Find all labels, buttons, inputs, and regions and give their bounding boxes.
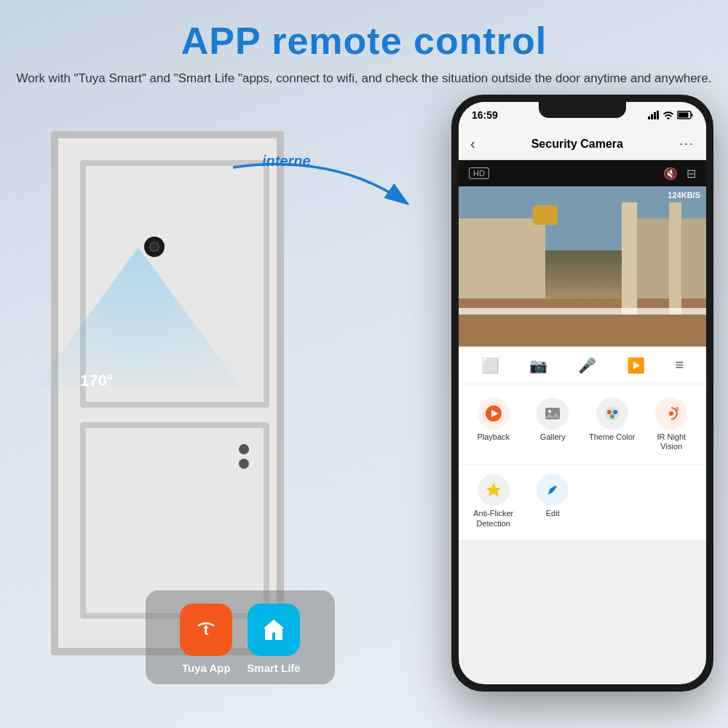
feature-ir[interactable]: 6 IR Night Vision — [643, 392, 701, 457]
tuya-app-item[interactable]: t Tuya App — [180, 604, 232, 674]
smartlife-app-item[interactable]: Smart Life — [247, 604, 300, 674]
porch-railing — [459, 308, 706, 314]
ir-icon: 6 — [655, 397, 687, 430]
edit-label: Edit — [546, 509, 560, 518]
svg-rect-7 — [648, 116, 650, 119]
porch-column-1 — [622, 202, 636, 314]
header-section: APP remote control Work with "Tuya Smart… — [0, 0, 728, 95]
phone-notch — [539, 102, 626, 118]
back-button[interactable]: ‹ — [470, 135, 475, 152]
toolbar: ⬜ 📷 🎤 ▶️ ≡ — [459, 347, 706, 384]
record-icon[interactable]: ▶️ — [627, 357, 645, 374]
feature-playback[interactable]: Playback — [464, 392, 523, 457]
app-icons-area: t Tuya App Smart Life — [146, 590, 335, 684]
speed-badge: 124KB/S — [668, 191, 700, 199]
handle-circle-2 — [239, 459, 249, 469]
status-icons — [648, 111, 693, 119]
ir-label: IR Night Vision — [646, 432, 698, 451]
nav-title: Security Camera — [531, 138, 623, 151]
svg-point-18 — [548, 410, 551, 413]
door-handle — [239, 444, 249, 469]
wifi-status-icon — [662, 111, 674, 119]
antiflicker-icon — [478, 474, 510, 506]
svg-rect-10 — [657, 111, 659, 119]
porch-light — [533, 205, 558, 224]
svg-marker-27 — [486, 483, 501, 496]
fullscreen-icon[interactable]: ⬜ — [481, 357, 499, 374]
svg-rect-9 — [654, 112, 656, 119]
antiflicker-label: Anti-Flicker Detection — [467, 509, 520, 528]
porch-scene — [459, 186, 706, 347]
feature-antiflicker[interactable]: Anti-Flicker Detection — [464, 468, 523, 534]
phone-body: 16:59 — [451, 95, 713, 692]
feature-grid: Playback Gallery Theme Color — [459, 384, 706, 464]
cam-controls: 🔇 ⊟ — [663, 167, 696, 181]
svg-marker-1 — [36, 248, 240, 386]
camera-controls-bar: HD 🔇 ⊟ — [459, 160, 706, 186]
hd-badge: HD — [469, 167, 489, 179]
porch-column-2 — [669, 202, 681, 314]
camera-feed: 124KB/S — [459, 186, 706, 347]
feature-theme[interactable]: Theme Color — [583, 392, 641, 457]
battery-icon — [677, 111, 693, 119]
fov-cone: 170° — [36, 240, 240, 386]
mic-icon[interactable]: 🎤 — [578, 357, 596, 374]
svg-point-25 — [669, 411, 673, 416]
feature-row2: Anti-Flicker Detection Edit — [459, 465, 706, 539]
edit-icon — [537, 474, 569, 506]
svg-rect-13 — [691, 114, 693, 116]
subtitle: Work with "Tuya Smart" and "Smart Life "… — [0, 69, 728, 88]
svg-point-23 — [610, 414, 614, 419]
gallery-label: Gallery — [540, 432, 566, 442]
theme-label: Theme Color — [589, 432, 636, 442]
tuya-app-label: Tuya App — [182, 662, 231, 674]
theme-icon — [596, 397, 628, 430]
main-title: APP remote control — [0, 20, 728, 62]
feature-gallery[interactable]: Gallery — [524, 392, 582, 457]
arrow-area: interne — [218, 146, 437, 233]
feature-edit[interactable]: Edit — [524, 468, 582, 534]
svg-rect-8 — [651, 114, 653, 119]
nav-bar: ‹ Security Camera ··· — [459, 128, 706, 160]
layout-icon[interactable]: ⊟ — [687, 167, 696, 181]
svg-point-21 — [607, 410, 612, 414]
fov-angle-label: 170° — [80, 371, 114, 390]
tuya-icon-circle: t — [180, 604, 232, 656]
more-button[interactable]: ··· — [679, 136, 695, 151]
playback-icon — [478, 397, 510, 430]
signal-icon — [648, 111, 660, 119]
snapshot-icon[interactable]: 📷 — [529, 357, 547, 374]
svg-rect-14 — [678, 113, 689, 118]
camera-device — [144, 237, 165, 257]
playback-label: Playback — [477, 432, 510, 442]
status-time: 16:59 — [472, 109, 498, 121]
mute-icon[interactable]: 🔇 — [663, 167, 678, 181]
phone-screen: 16:59 — [459, 102, 706, 684]
smartlife-icon-circle — [248, 604, 300, 656]
handle-circle-1 — [239, 444, 249, 454]
smartlife-app-label: Smart Life — [247, 662, 300, 674]
gallery-icon — [537, 397, 569, 430]
svg-text:6: 6 — [676, 405, 679, 412]
svg-point-11 — [668, 117, 670, 119]
page: APP remote control Work with "Tuya Smart… — [0, 0, 728, 728]
phone-wrapper: 16:59 — [451, 95, 713, 692]
menu-icon[interactable]: ≡ — [675, 357, 684, 373]
svg-point-22 — [613, 410, 617, 414]
